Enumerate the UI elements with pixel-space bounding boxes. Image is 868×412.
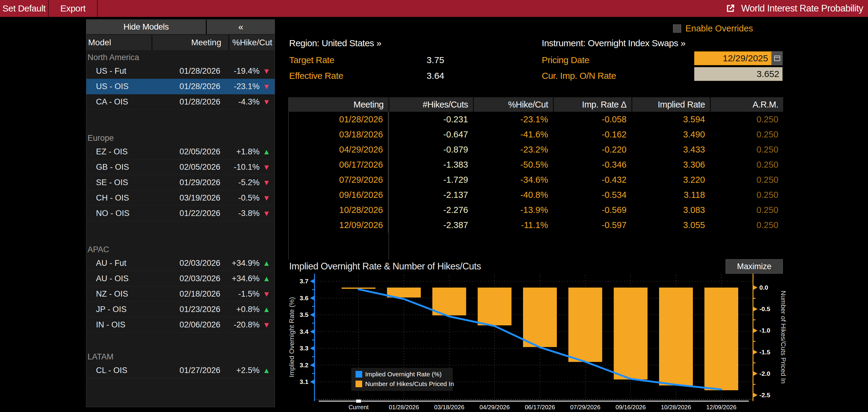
- group-gap: [86, 332, 275, 350]
- down-arrow-icon: ▼: [259, 194, 273, 202]
- rates-cell: -11.1%: [473, 217, 553, 233]
- region-group-label: Europe: [86, 131, 275, 144]
- model-row-nz-ois[interactable]: NZ - OIS02/18/2026-1.5%▼: [86, 286, 275, 302]
- model-row-ca-ois[interactable]: CA - OIS01/28/2026-4.3%▼: [86, 94, 275, 110]
- model-row-se-ois[interactable]: SE - OIS01/29/2026-5.2%▼: [86, 175, 275, 190]
- rates-cell: 0.250: [710, 187, 783, 202]
- svg-text:3.1: 3.1: [300, 378, 309, 385]
- model-label: NO - OIS: [86, 209, 152, 218]
- meeting-date: 01/27/2026: [152, 366, 227, 375]
- hike-cut-value: -4.3%: [227, 97, 259, 107]
- open-external-icon[interactable]: [725, 3, 736, 14]
- enable-overrides-label: Enable Overrides: [685, 24, 753, 33]
- svg-text:-1.5: -1.5: [760, 349, 771, 355]
- rates-cell: -34.6%: [473, 172, 553, 187]
- meeting-date: 03/19/2026: [152, 193, 227, 203]
- rates-table: Meeting#Hikes/Cuts%Hike/CutImp. Rate ΔIm…: [289, 97, 783, 233]
- effective-rate-label: Effective Rate: [289, 71, 343, 81]
- svg-text:-1.0: -1.0: [760, 327, 770, 334]
- collapse-sidebar-button[interactable]: «: [207, 20, 275, 34]
- model-row-au-ois[interactable]: AU - OIS02/03/2026+34.6%▲: [86, 271, 275, 286]
- hike-cut-value: +1.8%: [227, 147, 259, 156]
- model-row-jp-ois[interactable]: JP - OIS01/23/2026+0.8%▲: [86, 302, 275, 317]
- svg-text:-0.5: -0.5: [760, 305, 771, 312]
- svg-text:Number of Hikes/Cuts Priced In: Number of Hikes/Cuts Priced In: [365, 380, 454, 387]
- pricing-date-label: Pricing Date: [542, 55, 589, 65]
- rates-cell: -23.1%: [473, 112, 553, 127]
- rates-cell: 3.055: [631, 217, 710, 233]
- model-row-in-ois[interactable]: IN - OIS02/06/2026-20.8%▼: [86, 317, 275, 332]
- up-arrow-icon: ▲: [259, 366, 273, 375]
- rates-cell: 01/28/2026: [289, 112, 389, 127]
- meeting-date: 01/28/2026: [152, 82, 227, 91]
- hide-models-button[interactable]: Hide Models: [86, 20, 206, 34]
- model-row-us-fut[interactable]: US - Fut01/28/2026-19.4%▼: [86, 63, 275, 79]
- rates-cell: 07/29/2026: [289, 172, 389, 187]
- model-label: EZ - OIS: [86, 147, 152, 156]
- group-gap: [86, 221, 275, 242]
- rates-cell: 0.250: [710, 142, 783, 157]
- hike-cut-value: +34.9%: [227, 259, 259, 268]
- down-arrow-icon: ▼: [259, 97, 273, 106]
- svg-text:0.0: 0.0: [760, 284, 768, 291]
- instrument-value: Overnight Index Swaps: [588, 38, 678, 48]
- rates-column-header: A.R.M.: [710, 97, 783, 112]
- target-rate-label: Target Rate: [289, 55, 334, 65]
- svg-text:04/29/2026: 04/29/2026: [479, 404, 510, 411]
- enable-overrides-checkbox[interactable]: [673, 25, 681, 33]
- rates-cell: -0.534: [553, 187, 631, 202]
- meeting-date: 01/23/2026: [152, 305, 227, 314]
- model-row-no-ois[interactable]: NO - OIS01/22/2026-3.8%▼: [86, 206, 275, 221]
- instrument-link[interactable]: Instrument: Overnight Index Swaps »: [542, 38, 685, 48]
- calendar-button[interactable]: [771, 51, 783, 65]
- svg-text:12/09/2026: 12/09/2026: [706, 404, 736, 411]
- svg-text:03/18/2026: 03/18/2026: [434, 404, 464, 411]
- effective-rate-value: 3.64: [392, 71, 444, 81]
- model-row-au-fut[interactable]: AU - Fut02/03/2026+34.9%▲: [86, 256, 275, 271]
- up-arrow-icon: ▲: [259, 274, 273, 283]
- rates-row: 01/28/2026-0.231-23.1%-0.0583.5940.250: [289, 112, 783, 127]
- model-row-us-ois[interactable]: US - OIS01/28/2026-23.1%▼: [86, 79, 275, 94]
- model-row-gb-ois[interactable]: GB - OIS02/05/2026-10.1%▼: [86, 159, 275, 175]
- rates-cell: -13.9%: [473, 202, 553, 217]
- rates-cell: 3.220: [631, 172, 710, 187]
- rates-cell: 3.594: [631, 112, 710, 127]
- svg-text:-2.0: -2.0: [760, 370, 770, 377]
- meeting-date: 02/05/2026: [152, 163, 227, 172]
- rates-cell: -0.569: [553, 202, 631, 217]
- rates-cell: 0.250: [710, 157, 783, 172]
- top-toolbar: Set Default Export World Interest Rate P…: [0, 0, 868, 17]
- rates-cell: -41.6%: [473, 127, 553, 142]
- model-row-ch-ois[interactable]: CH - OIS03/19/2026-0.5%▼: [86, 190, 275, 206]
- model-row-ez-ois[interactable]: EZ - OIS02/05/2026+1.8%▲: [86, 144, 275, 159]
- model-label: AU - OIS: [86, 274, 152, 283]
- rates-row: 04/29/2026-0.879-23.2%-0.2203.4330.250: [289, 142, 783, 157]
- down-arrow-icon: ▼: [259, 82, 273, 91]
- model-label: JP - OIS: [86, 305, 152, 314]
- instrument-label: Instrument:: [542, 38, 586, 48]
- region-link[interactable]: Region: United States »: [289, 38, 381, 48]
- svg-text:Implied Overnight Rate (%): Implied Overnight Rate (%): [288, 297, 296, 377]
- model-row-cl-ois[interactable]: CL - OIS01/27/2026+2.5%▲: [86, 363, 275, 378]
- rates-cell: 3.118: [631, 187, 710, 202]
- hike-cut-value: -19.4%: [227, 66, 259, 76]
- target-rate-value: 3.75: [392, 55, 444, 65]
- maximize-button[interactable]: Maximize: [725, 259, 783, 274]
- pricing-date-input[interactable]: 12/29/2025: [694, 51, 771, 65]
- set-default-button[interactable]: Set Default: [0, 0, 49, 17]
- rates-cell: 0.250: [710, 202, 783, 217]
- export-button[interactable]: Export: [49, 0, 98, 17]
- rates-cell: -0.647: [389, 127, 473, 142]
- region-value: United States: [322, 38, 374, 48]
- meeting-date: 01/29/2026: [152, 178, 227, 187]
- instrument-chevrons: »: [681, 38, 685, 48]
- cur-imp-rate-input[interactable]: 3.652: [694, 67, 783, 81]
- model-label: CA - OIS: [86, 97, 152, 107]
- models-table-header: Model Meeting %Hike/Cut: [86, 35, 275, 50]
- rates-cell: 0.250: [710, 112, 783, 127]
- hike-cut-value: +34.6%: [227, 274, 259, 283]
- rates-cell: 03/18/2026: [289, 127, 389, 142]
- rates-cell: -23.2%: [473, 142, 553, 157]
- region-chevrons: »: [376, 38, 381, 48]
- rates-row: 06/17/2026-1.383-50.5%-0.3463.3060.250: [289, 157, 783, 172]
